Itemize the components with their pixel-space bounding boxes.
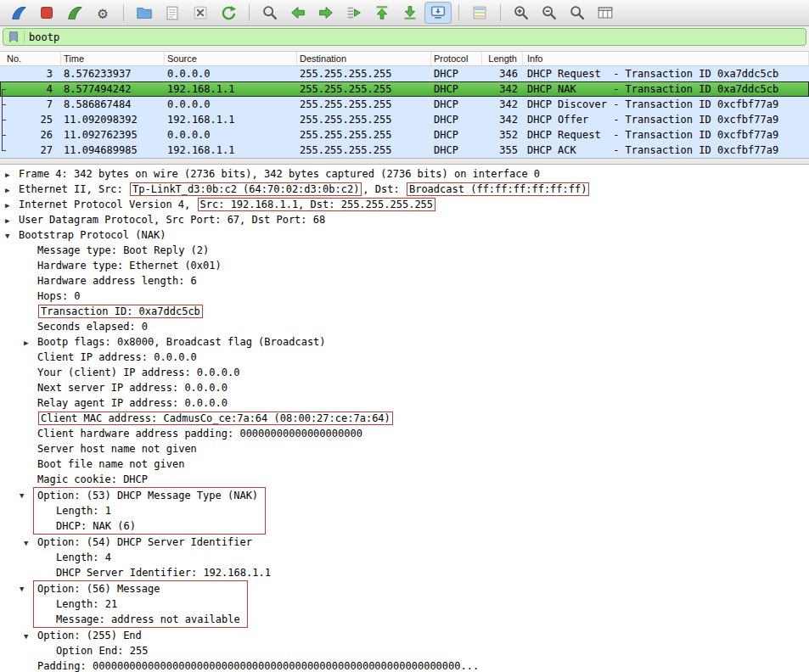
detail-line[interactable]: DHCP Server Identifier: 192.168.1.1 bbox=[0, 565, 809, 580]
column-header-protocol[interactable]: Protocol bbox=[431, 52, 482, 65]
detail-line[interactable]: ▼Option: (54) DHCP Server Identifier bbox=[0, 535, 809, 550]
detail-line[interactable]: ▼Option: (56) Message bbox=[34, 581, 240, 596]
detail-line[interactable]: DHCP: NAK (6) bbox=[34, 518, 258, 534]
cell-length: 346 bbox=[482, 68, 523, 80]
expand-toggle-icon[interactable]: ▶ bbox=[24, 335, 37, 350]
detail-line[interactable]: Relay agent IP address: 0.0.0.0 bbox=[0, 395, 809, 411]
collapse-toggle-icon[interactable]: ▼ bbox=[24, 535, 37, 551]
display-filter-input[interactable]: bootp bbox=[3, 28, 806, 46]
folder-icon bbox=[135, 3, 154, 22]
detail-text: Option: (54) DHCP Server Identifier bbox=[37, 536, 252, 548]
collapse-toggle-icon[interactable]: ▼ bbox=[24, 629, 37, 644]
packet-row-25[interactable]: 2511.092098392192.168.1.1255.255.255.255… bbox=[0, 112, 809, 127]
column-header-length[interactable]: Length bbox=[482, 52, 523, 65]
column-header-time[interactable]: Time bbox=[61, 52, 165, 65]
start-capture-button[interactable] bbox=[5, 2, 32, 24]
detail-line[interactable]: Length: 1 bbox=[34, 503, 258, 518]
pane-divider[interactable] bbox=[0, 158, 809, 165]
close-file-button[interactable] bbox=[187, 2, 214, 24]
expand-toggle-icon[interactable]: ▶ bbox=[5, 213, 19, 228]
collapse-toggle-icon[interactable]: ▼ bbox=[5, 228, 19, 244]
column-header-info[interactable]: Info bbox=[523, 52, 809, 65]
auto-scroll-button[interactable] bbox=[424, 2, 452, 24]
go-last-button[interactable] bbox=[396, 2, 424, 24]
restart-capture-button[interactable] bbox=[61, 2, 88, 24]
detail-line[interactable]: ▶Internet Protocol Version 4, Src: 192.1… bbox=[0, 197, 809, 212]
go-first-button[interactable] bbox=[368, 2, 396, 24]
detail-line[interactable]: Transaction ID: 0xa7ddc5cb bbox=[0, 304, 809, 319]
detail-line[interactable]: Magic cookie: DHCP bbox=[0, 472, 809, 487]
packet-row-3[interactable]: 38.5762339370.0.0.0255.255.255.255DHCP34… bbox=[0, 66, 809, 81]
detail-line[interactable]: Hops: 0 bbox=[0, 288, 809, 304]
go-to-packet-button[interactable] bbox=[340, 2, 368, 24]
cell-length: 355 bbox=[482, 144, 523, 156]
detail-line[interactable]: Padding: 0000000000000000000000000000000… bbox=[0, 658, 809, 672]
column-header-destination[interactable]: Destination bbox=[297, 52, 431, 65]
detail-line[interactable]: Length: 21 bbox=[34, 596, 240, 612]
cell-source: 192.168.1.1 bbox=[165, 144, 297, 156]
zoom-out-button[interactable] bbox=[536, 2, 563, 24]
detail-line[interactable]: Length: 4 bbox=[0, 550, 809, 565]
collapse-toggle-icon[interactable]: ▼ bbox=[20, 488, 33, 503]
detail-line[interactable]: ▶Frame 4: 342 bytes on wire (2736 bits),… bbox=[0, 166, 809, 182]
save-file-button[interactable] bbox=[159, 2, 186, 24]
zoom-normal-button[interactable] bbox=[564, 2, 591, 24]
zoom-in-button[interactable] bbox=[508, 2, 535, 24]
detail-line[interactable]: ▶Ethernet II, Src: Tp-LinkT_d3:0b:c2 (64… bbox=[0, 182, 809, 197]
column-header-source[interactable]: Source bbox=[165, 52, 297, 65]
detail-line[interactable]: Server host name not given bbox=[0, 441, 809, 456]
cell-time: 8.577494242 bbox=[61, 83, 165, 95]
go-forward-button[interactable] bbox=[312, 2, 340, 24]
cell-info: DHCP Request - Transaction ID 0xa7ddc5cb bbox=[523, 68, 809, 80]
detail-text: Magic cookie: DHCP bbox=[37, 473, 148, 485]
detail-line[interactable]: ▼Bootstrap Protocol (NAK) bbox=[0, 227, 809, 243]
packet-row-27[interactable]: 2711.094689985192.168.1.1255.255.255.255… bbox=[0, 143, 809, 158]
detail-line[interactable]: ▼Option: (255) End bbox=[0, 628, 809, 643]
detail-line[interactable]: Next server IP address: 0.0.0.0 bbox=[0, 380, 809, 395]
green-shark-fin-icon bbox=[65, 3, 84, 22]
detail-text: Option: (255) End bbox=[37, 630, 142, 641]
cell-destination: 255.255.255.255 bbox=[297, 98, 431, 110]
detail-line[interactable]: Message: address not available bbox=[34, 612, 240, 627]
expand-toggle-icon[interactable]: ▶ bbox=[5, 182, 19, 198]
collapse-toggle-icon[interactable]: ▼ bbox=[20, 581, 33, 596]
detail-text: Length: 21 bbox=[56, 598, 117, 610]
stop-capture-button[interactable] bbox=[33, 2, 60, 24]
detail-line[interactable]: ▶Bootp flags: 0x8000, Broadcast flag (Br… bbox=[0, 334, 809, 350]
detail-line[interactable]: ▼Option: (53) DHCP Message Type (NAK) bbox=[34, 488, 258, 503]
reload-file-button[interactable] bbox=[215, 2, 242, 24]
detail-line[interactable]: Your (client) IP address: 0.0.0.0 bbox=[0, 365, 809, 380]
detail-text: Hardware type: Ethernet (0x01) bbox=[37, 260, 222, 272]
detail-line[interactable]: Message type: Boot Reply (2) bbox=[0, 243, 809, 258]
detail-line[interactable]: Client MAC address: CadmusCo_ce:7a:64 (0… bbox=[0, 411, 809, 426]
shark-fin-icon bbox=[9, 3, 28, 22]
detail-line[interactable]: Option End: 255 bbox=[0, 643, 809, 658]
capture-options-button[interactable]: ⚙ bbox=[89, 2, 116, 24]
reload-icon bbox=[219, 3, 238, 22]
cell-time: 11.094689985 bbox=[61, 144, 165, 156]
back-arrow-icon bbox=[289, 3, 307, 22]
detail-line[interactable]: Hardware address length: 6 bbox=[0, 273, 809, 288]
filter-bookmark-icon[interactable] bbox=[8, 31, 20, 43]
detail-text: Seconds elapsed: 0 bbox=[37, 321, 148, 333]
packet-row-4[interactable]: 48.577494242192.168.1.1255.255.255.255DH… bbox=[0, 81, 809, 97]
open-file-button[interactable] bbox=[131, 2, 158, 24]
column-header-no[interactable]: No. bbox=[0, 52, 61, 65]
packet-row-26[interactable]: 2611.0927623950.0.0.0255.255.255.255DHCP… bbox=[0, 127, 809, 143]
packet-row-7[interactable]: 78.5868674840.0.0.0255.255.255.255DHCP34… bbox=[0, 97, 809, 112]
find-packet-button[interactable] bbox=[256, 2, 284, 24]
detail-line[interactable]: Hardware type: Ethernet (0x01) bbox=[0, 258, 809, 273]
cell-length: 342 bbox=[482, 98, 523, 110]
detail-line[interactable]: Boot file name not given bbox=[0, 456, 809, 472]
resize-columns-button[interactable] bbox=[592, 2, 619, 24]
detail-text: Your (client) IP address: 0.0.0.0 bbox=[37, 367, 239, 378]
detail-line[interactable]: Seconds elapsed: 0 bbox=[0, 319, 809, 334]
detail-line[interactable]: Client hardware address padding: 0000000… bbox=[0, 426, 809, 441]
expand-toggle-icon[interactable]: ▶ bbox=[5, 198, 19, 213]
detail-line[interactable]: ▶User Datagram Protocol, Src Port: 67, D… bbox=[0, 212, 809, 227]
go-back-button[interactable] bbox=[284, 2, 312, 24]
notepad-icon bbox=[163, 3, 182, 22]
expand-toggle-icon[interactable]: ▶ bbox=[5, 167, 19, 182]
colorize-button[interactable] bbox=[466, 2, 493, 24]
detail-line[interactable]: Client IP address: 0.0.0.0 bbox=[0, 350, 809, 365]
